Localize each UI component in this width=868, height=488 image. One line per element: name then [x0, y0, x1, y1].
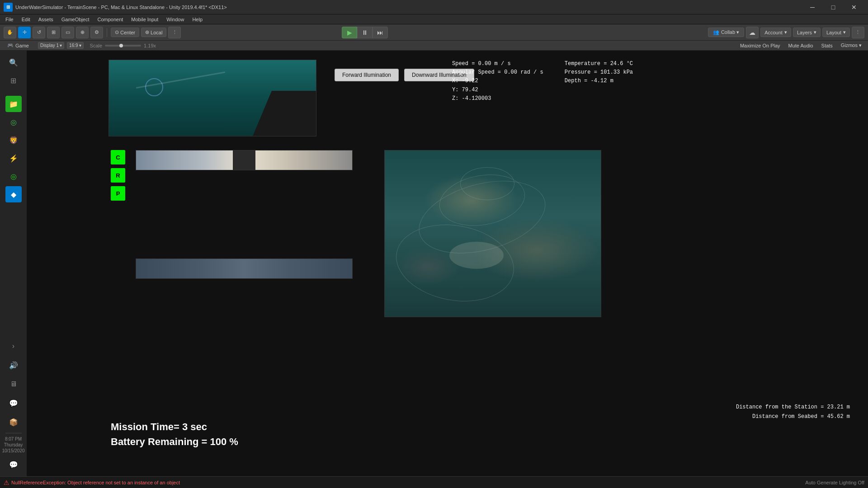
angular-speed-stat: Angular Speed = 0.00 rad / s — [452, 68, 543, 77]
close-button[interactable]: ✕ — [844, 0, 864, 14]
z-stat: Z: -4.120003 — [452, 94, 543, 103]
display-chevron: ▾ — [60, 43, 62, 48]
layers-chevron: ▾ — [814, 29, 816, 35]
snap-tool[interactable]: ⋮ — [168, 27, 181, 38]
x-stat: X: -9.22 — [452, 77, 543, 85]
scale-slider[interactable] — [105, 45, 141, 47]
maximize-button[interactable]: □ — [823, 0, 844, 14]
contour-3 — [460, 167, 514, 201]
menu-help[interactable]: Help — [189, 16, 206, 23]
menu-window[interactable]: Window — [163, 16, 188, 23]
forward-illumination-button[interactable]: Forward Illumination — [335, 69, 399, 81]
sidebar-dropbox[interactable]: 📦 — [5, 414, 22, 430]
depth-stat: Depth = -4.12 m — [565, 77, 633, 85]
menu-file[interactable]: File — [2, 16, 17, 23]
mute-audio-btn[interactable]: Mute Audio — [786, 42, 816, 49]
menu-gameobject[interactable]: GameObject — [58, 16, 93, 23]
scene-overlay — [109, 60, 316, 136]
game-options: Display 1 ▾ 16:9 ▾ Scale 1.19x — [38, 42, 156, 49]
collab-button[interactable]: 👥 Collab ▾ — [708, 28, 744, 37]
battery-remaining: Battery Remaining = 100 % — [111, 434, 238, 449]
rotate-tool[interactable]: ↺ — [33, 27, 45, 38]
hand-tool[interactable]: ✋ — [4, 27, 16, 38]
p-button[interactable]: P — [111, 186, 125, 201]
side-buttons: C R P — [111, 150, 125, 201]
strip-top-content — [136, 150, 352, 170]
sidebar-volume[interactable]: 🔊 — [5, 357, 22, 373]
error-message: ⚠ NullReferenceException: Object referen… — [4, 479, 180, 486]
mission-info: Mission Time= 3 sec Battery Remaining = … — [111, 419, 238, 449]
sidebar-target[interactable]: ◎ — [5, 168, 22, 184]
sidebar-chrome[interactable]: ◎ — [5, 114, 22, 130]
stats-btn[interactable]: Stats — [819, 42, 835, 49]
camera-strip-bottom — [136, 258, 353, 279]
rect-tool[interactable]: ▭ — [61, 27, 74, 38]
game-viewport: Forward Illumination Downward Illuminati… — [27, 51, 868, 476]
strip-top-dark — [233, 150, 255, 170]
layers-dropdown[interactable]: Layers ▾ — [793, 28, 821, 37]
toolbar: ✋ ✛ ↺ ⊞ ▭ ⊕ ⚙ ⊙ Center ⊛ Local ⋮ ▶ ⏸ ⏭ 👥… — [0, 24, 868, 41]
r-button[interactable]: R — [111, 168, 125, 183]
sidebar-hierarchy[interactable]: ⊞ — [5, 72, 22, 89]
layout-dropdown[interactable]: Layout ▾ — [822, 28, 850, 37]
lighting-status: Auto Generate Lighting Off — [805, 480, 864, 485]
layout-chevron: ▾ — [843, 29, 846, 35]
scale-thumb — [119, 44, 123, 47]
display-select[interactable]: Display 1 ▾ — [38, 42, 64, 49]
window-title: UnderWaterSimulator - TerrainScene - PC,… — [15, 5, 802, 10]
stats-panel: Speed = 0.00 m / s Angular Speed = 0.00 … — [452, 60, 651, 103]
title-bar: ⊞ UnderWaterSimulator - TerrainScene - P… — [0, 0, 868, 14]
temperature-stat: Temperature = 24.6 °C — [565, 60, 633, 68]
maximize-on-play-btn[interactable]: Maximize On Play — [737, 42, 783, 49]
collab-icon: 👥 — [713, 29, 719, 35]
more-options[interactable]: ⋮ — [852, 27, 864, 38]
map-terrain — [385, 150, 601, 317]
main-scene-view — [108, 60, 316, 136]
menu-component[interactable]: Component — [94, 16, 127, 23]
sidebar-powershell[interactable]: ⚡ — [5, 150, 22, 166]
custom-tool[interactable]: ⚙ — [90, 27, 103, 38]
aspect-chevron: ▾ — [79, 43, 81, 48]
game-right-options: Maximize On Play Mute Audio Stats Gizmos… — [737, 42, 864, 49]
menu-mobile-input[interactable]: Mobile Input — [127, 16, 162, 23]
sidebar-search[interactable]: 🔍 — [5, 54, 22, 70]
sidebar-bottom: › 🔊 🖥 💬 📦 8:07 PMThursday10/15/2020 💬 — [2, 338, 24, 476]
aspect-select[interactable]: 16:9 ▾ — [67, 42, 83, 49]
status-bar: ⚠ NullReferenceException: Object referen… — [0, 476, 868, 488]
app-icon: ⊞ — [4, 3, 13, 12]
game-tab[interactable]: 🎮 Game — [4, 42, 33, 49]
distance-seabed-stat: Distance from Seabed = 45.62 m — [736, 412, 850, 422]
account-dropdown[interactable]: Account ▾ — [760, 28, 791, 37]
account-chevron: ▾ — [784, 29, 787, 35]
scale-tool[interactable]: ⊞ — [47, 27, 60, 38]
center-toggle[interactable]: ⊙ Center — [111, 28, 139, 37]
sidebar-notifications[interactable]: 💬 — [5, 456, 22, 473]
local-toggle[interactable]: ⊛ Local — [141, 28, 166, 37]
pause-button[interactable]: ⏸ — [357, 27, 373, 38]
camera-strip-top — [136, 150, 353, 170]
speed-stat: Speed = 0.00 m / s — [452, 60, 543, 68]
play-button[interactable]: ▶ — [342, 27, 357, 38]
cloud-button[interactable]: ☁ — [746, 27, 759, 38]
menu-edit[interactable]: Edit — [18, 16, 34, 23]
game-view-header: 🎮 Game Display 1 ▾ 16:9 ▾ Scale 1.19x Ma… — [0, 41, 868, 51]
sidebar-expand[interactable]: › — [5, 338, 22, 354]
c-button[interactable]: C — [111, 150, 125, 164]
bottom-stats: Distance from the Station = 23.21 m Dist… — [736, 403, 850, 422]
error-icon: ⚠ — [4, 479, 9, 486]
sidebar-monitor[interactable]: 🖥 — [5, 376, 22, 392]
menu-assets[interactable]: Assets — [35, 16, 57, 23]
sidebar-brave[interactable]: 🦁 — [5, 132, 22, 148]
strip-bottom-content — [136, 259, 352, 278]
sidebar-unity[interactable]: ◆ — [5, 186, 22, 202]
pressure-stat: Pressure = 101.33 kPa — [565, 68, 633, 77]
mission-time: Mission Time= 3 sec — [111, 419, 238, 434]
move-tool[interactable]: ✛ — [18, 27, 31, 38]
sidebar-chat[interactable]: 💬 — [5, 395, 22, 411]
sidebar-clock: 8:07 PMThursday10/15/2020 — [2, 436, 24, 454]
sidebar-files[interactable]: 📁 — [5, 96, 22, 112]
gizmos-btn[interactable]: Gizmos ▾ — [838, 42, 864, 49]
transform-tool[interactable]: ⊕ — [76, 27, 89, 38]
step-button[interactable]: ⏭ — [373, 27, 388, 38]
minimize-button[interactable]: ─ — [802, 0, 823, 14]
